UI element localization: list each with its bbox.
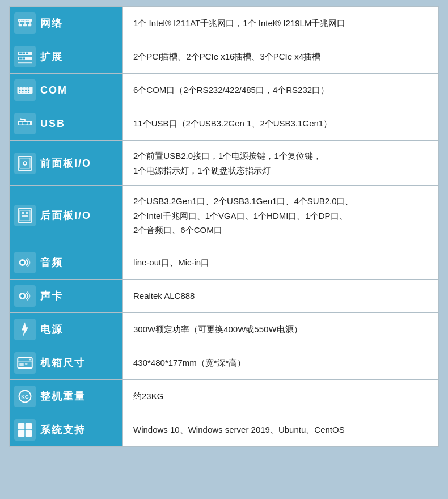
usb-icon	[14, 113, 36, 134]
svg-point-22	[19, 87, 20, 88]
label-cell-front-panel: 前面板I/O	[10, 141, 123, 186]
label-cell-expansion: 扩展	[10, 40, 123, 74]
svg-rect-31	[19, 122, 23, 125]
table-row: 后面板I/O2个USB3.2Gen1口、2个USB3.1Gen1口、4个SUB2…	[10, 186, 439, 246]
chassis-icon	[14, 352, 36, 374]
svg-rect-52	[25, 363, 28, 365]
expansion-icon	[14, 46, 36, 67]
svg-rect-42	[22, 215, 28, 217]
table-row: 机箱尺寸430*480*177mm（宽*深*高）	[10, 346, 439, 379]
label-text-os: 系统支持	[40, 423, 86, 437]
label-cell-weight: KG 整机重量	[10, 379, 123, 413]
value-cell-soundcard: Realtek ALC888	[123, 279, 439, 312]
value-cell-network: 1个 Intel® I211AT千兆网口，1个 Intel® I219LM千兆网…	[123, 7, 439, 40]
value-cell-weight: 约23KG	[123, 379, 439, 413]
svg-point-18	[19, 90, 21, 91]
label-text-com: COM	[40, 84, 67, 96]
com-icon	[14, 79, 36, 101]
svg-point-50	[29, 358, 31, 360]
label-cell-usb: USB	[10, 107, 123, 141]
svg-marker-47	[22, 322, 28, 337]
svg-rect-33	[28, 122, 31, 125]
svg-rect-4	[26, 20, 27, 21]
svg-point-29	[28, 92, 29, 93]
table-row: USB11个USB口（2个USB3.2Gen 1、2个USB3.1Gen1）	[10, 107, 439, 141]
label-cell-soundcard: 声卡	[10, 279, 123, 312]
label-cell-chassis-size: 机箱尺寸	[10, 346, 123, 379]
svg-rect-2	[21, 20, 22, 21]
label-text-front-panel: 前面板I/O	[40, 157, 91, 170]
svg-rect-40	[22, 212, 24, 214]
svg-rect-1	[19, 20, 20, 21]
label-cell-power: 电源	[10, 312, 123, 346]
svg-point-20	[25, 90, 27, 91]
label-text-audio: 音频	[40, 256, 63, 269]
value-cell-power: 300W额定功率（可更换400W或550W电源）	[123, 312, 439, 346]
label-cell-audio: 音频	[10, 246, 123, 279]
weight-icon: KG	[14, 386, 36, 407]
svg-point-25	[28, 87, 29, 88]
value-cell-com: 6个COM口（2个RS232/422/485口，4个RS232口）	[123, 74, 439, 107]
svg-rect-13	[23, 53, 26, 54]
table-row: 音频line-out口、Mic-in口	[10, 246, 439, 279]
table-row: 声卡Realtek ALC888	[10, 279, 439, 312]
label-cell-rear-panel: 后面板I/O	[10, 186, 123, 246]
label-text-weight: 整机重量	[40, 390, 86, 403]
label-cell-os: 系统支持	[10, 413, 123, 446]
svg-rect-41	[26, 212, 29, 214]
svg-rect-58	[26, 430, 32, 436]
svg-rect-12	[19, 53, 22, 54]
label-cell-com: COM	[10, 74, 123, 107]
label-text-power: 电源	[40, 323, 63, 336]
table-row: 系统支持Windows 10、Windows server 2019、Ubunt…	[10, 413, 439, 446]
value-cell-usb: 11个USB口（2个USB3.2Gen 1、2个USB3.1Gen1）	[123, 107, 439, 141]
svg-rect-14	[26, 53, 29, 54]
power-icon	[14, 319, 36, 340]
label-cell-network: 网络	[10, 7, 123, 40]
soundcard-icon	[14, 285, 36, 307]
table-row: 前面板I/O2个前置USB2.0接口，1个电源按键，1个复位键，1个电源指示灯，…	[10, 141, 439, 186]
svg-point-46	[21, 294, 24, 298]
svg-point-23	[22, 87, 23, 88]
table-row: 网络1个 Intel® I211AT千兆网口，1个 Intel® I219LM千…	[10, 7, 439, 40]
svg-rect-7	[23, 24, 27, 27]
svg-rect-32	[23, 122, 27, 125]
value-cell-front-panel: 2个前置USB2.0接口，1个电源按键，1个复位键，1个电源指示灯，1个硬盘状态…	[123, 141, 439, 186]
svg-point-24	[25, 87, 26, 88]
label-text-soundcard: 声卡	[40, 289, 63, 303]
svg-rect-5	[28, 20, 29, 21]
table-row: KG 整机重量约23KG	[10, 379, 439, 413]
svg-rect-36	[20, 158, 30, 168]
svg-point-28	[25, 92, 26, 93]
audio-icon	[14, 252, 36, 273]
svg-rect-11	[18, 62, 32, 63]
svg-point-26	[19, 92, 20, 93]
table-row: COM6个COM口（2个RS232/422/485口，4个RS232口）	[10, 74, 439, 107]
value-cell-os: Windows 10、Windows server 2019、Ubuntu、Ce…	[123, 413, 439, 446]
frontpanel-icon	[14, 153, 36, 174]
svg-rect-3	[23, 20, 24, 21]
value-cell-expansion: 2个PCI插槽、2个PCIe x16插槽、3个PCIe x4插槽	[123, 40, 439, 74]
svg-rect-51	[19, 363, 24, 366]
svg-rect-56	[26, 423, 32, 429]
svg-point-19	[22, 90, 24, 91]
svg-point-27	[22, 92, 23, 93]
svg-point-44	[21, 261, 24, 264]
value-cell-rear-panel: 2个USB3.2Gen1口、2个USB3.1Gen1口、4个SUB2.0口、2个…	[123, 186, 439, 246]
label-text-expansion: 扩展	[40, 50, 63, 64]
svg-rect-55	[18, 423, 24, 429]
value-cell-chassis-size: 430*480*177mm（宽*深*高）	[123, 346, 439, 379]
label-text-rear-panel: 后面板I/O	[40, 209, 91, 222]
svg-point-21	[28, 90, 29, 91]
svg-rect-8	[28, 24, 31, 27]
specs-table: 网络1个 Intel® I211AT千兆网口，1个 Intel® I219LM千…	[9, 6, 439, 447]
os-icon	[14, 419, 36, 441]
svg-point-34	[20, 118, 22, 120]
network-icon	[14, 12, 36, 34]
svg-rect-57	[18, 430, 24, 436]
value-cell-audio: line-out口、Mic-in口	[123, 246, 439, 279]
table-row: 扩展2个PCI插槽、2个PCIe x16插槽、3个PCIe x4插槽	[10, 40, 439, 74]
svg-rect-6	[19, 24, 22, 27]
svg-text:KG: KG	[21, 394, 29, 399]
rearpanel-icon	[14, 205, 36, 226]
